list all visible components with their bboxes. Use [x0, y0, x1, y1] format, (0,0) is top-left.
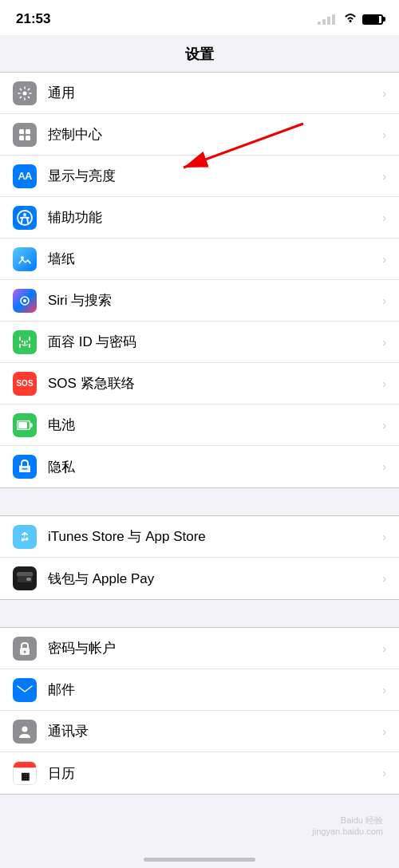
- bar1: [318, 22, 321, 25]
- siri-chevron: ›: [382, 294, 386, 307]
- settings-group-store: iTunes Store 与 App Store › 钱包与 Apple Pay…: [0, 515, 399, 600]
- calendar-label: 日历: [48, 764, 377, 783]
- calendar-icon: ▦: [13, 761, 37, 785]
- bar3: [327, 17, 330, 25]
- siri-icon: [13, 289, 37, 313]
- wallpaper-icon: [13, 247, 37, 271]
- battery-icon: [362, 14, 383, 25]
- display-label: 显示与亮度: [48, 167, 377, 185]
- itunes-label: iTunes Store 与 App Store: [48, 527, 377, 546]
- nav-title: 设置: [185, 46, 214, 62]
- settings-row-passwords[interactable]: 密码与帐户 ›: [0, 628, 399, 669]
- settings-row-contacts[interactable]: 通讯录 ›: [0, 711, 399, 752]
- itunes-chevron: ›: [382, 531, 386, 543]
- watermark: Baidu 经验jingyan.baidu.com: [312, 815, 383, 836]
- svg-point-12: [26, 340, 28, 341]
- mail-chevron: ›: [382, 684, 386, 696]
- accessibility-label: 辅助功能: [48, 208, 377, 227]
- passwords-icon: [13, 637, 37, 661]
- settings-row-itunes[interactable]: iTunes Store 与 App Store ›: [0, 516, 399, 558]
- settings-row-control-center[interactable]: 控制中心 ›: [0, 114, 399, 156]
- settings-row-wallpaper[interactable]: 墙纸 ›: [0, 239, 399, 280]
- settings-row-mail[interactable]: 邮件 ›: [0, 669, 399, 711]
- mail-label: 邮件: [48, 681, 377, 699]
- status-time: 21:53: [16, 11, 50, 27]
- svg-point-28: [22, 726, 28, 732]
- display-icon-text: AA: [18, 170, 32, 182]
- settings-row-accessibility[interactable]: 辅助功能 ›: [0, 197, 399, 239]
- home-indicator: [144, 858, 255, 862]
- settings-row-wallet[interactable]: 钱包与 Apple Pay ›: [0, 558, 399, 599]
- nav-bar: 设置: [0, 35, 399, 72]
- wallet-chevron: ›: [382, 572, 386, 585]
- settings-row-battery[interactable]: 电池 ›: [0, 404, 399, 446]
- wallet-label: 钱包与 Apple Pay: [48, 570, 377, 588]
- svg-point-1: [23, 91, 27, 95]
- contacts-label: 通讯录: [48, 722, 377, 740]
- settings-row-calendar[interactable]: ▦ 日历 ›: [0, 752, 399, 794]
- svg-rect-27: [18, 685, 32, 696]
- wallpaper-chevron: ›: [382, 253, 386, 266]
- signal-bars-icon: [318, 14, 335, 25]
- settings-group-general: 通用 › 控制中心 › AA 显示与亮度 ›: [0, 72, 399, 488]
- accessibility-icon: [13, 206, 37, 230]
- settings-row-privacy[interactable]: 隐私 ›: [0, 446, 399, 487]
- privacy-icon: [13, 455, 37, 479]
- svg-point-11: [22, 340, 23, 341]
- svg-point-26: [24, 650, 26, 653]
- wallpaper-label: 墙纸: [48, 250, 377, 268]
- general-label: 通用: [48, 84, 377, 102]
- status-bar: 21:53: [0, 0, 399, 35]
- control-center-icon: [13, 123, 37, 147]
- faceid-icon: [13, 330, 37, 354]
- settings-row-general[interactable]: 通用 ›: [0, 73, 399, 114]
- battery-label: 电池: [48, 416, 377, 434]
- faceid-chevron: ›: [382, 336, 386, 349]
- svg-rect-23: [26, 578, 31, 581]
- settings-group-apps: 密码与帐户 › 邮件 › 通讯录 ›: [0, 627, 399, 795]
- settings-row-sos[interactable]: SOS SOS 紧急联络 ›: [0, 363, 399, 404]
- battery-chevron: ›: [382, 419, 386, 432]
- sos-icon-text: SOS: [16, 379, 33, 388]
- contacts-chevron: ›: [382, 725, 386, 738]
- bar4: [332, 14, 335, 25]
- battery-row-icon: [13, 413, 37, 437]
- sos-chevron: ›: [382, 377, 386, 390]
- general-chevron: ›: [382, 87, 386, 100]
- mail-icon: [13, 678, 37, 702]
- settings-row-siri[interactable]: Siri 与搜索 ›: [0, 280, 399, 322]
- control-center-label: 控制中心: [48, 125, 377, 144]
- accessibility-chevron: ›: [382, 211, 386, 224]
- page-wrapper: 21:53: [0, 0, 399, 795]
- siri-label: Siri 与搜索: [48, 291, 377, 310]
- sos-icon: SOS: [13, 372, 37, 396]
- settings-row-faceid[interactable]: 面容 ID 与密码 ›: [0, 322, 399, 363]
- svg-text:▦: ▦: [21, 771, 30, 782]
- svg-rect-29: [14, 762, 36, 767]
- svg-rect-24: [17, 574, 33, 576]
- settings-row-display[interactable]: AA 显示与亮度 ›: [0, 156, 399, 197]
- faceid-label: 面容 ID 与密码: [48, 333, 377, 351]
- svg-rect-4: [19, 136, 24, 140]
- svg-point-7: [23, 213, 26, 216]
- svg-rect-3: [26, 129, 30, 134]
- svg-point-18: [22, 538, 25, 541]
- display-chevron: ›: [382, 170, 386, 183]
- group-spacer-2: [0, 600, 399, 627]
- svg-rect-14: [30, 423, 33, 427]
- status-icons: [318, 12, 383, 26]
- privacy-label: 隐私: [48, 458, 377, 476]
- svg-rect-2: [19, 129, 24, 134]
- passwords-label: 密码与帐户: [48, 639, 377, 657]
- passwords-chevron: ›: [382, 642, 386, 655]
- svg-point-10: [23, 299, 26, 302]
- itunes-icon: [13, 525, 37, 549]
- display-icon: AA: [13, 164, 37, 188]
- svg-point-0: [350, 20, 352, 22]
- wallet-icon: [13, 566, 37, 590]
- bar2: [322, 19, 326, 25]
- control-center-chevron: ›: [382, 128, 386, 141]
- svg-rect-15: [18, 422, 27, 428]
- calendar-chevron: ›: [382, 767, 386, 779]
- group-spacer-1: [0, 488, 399, 515]
